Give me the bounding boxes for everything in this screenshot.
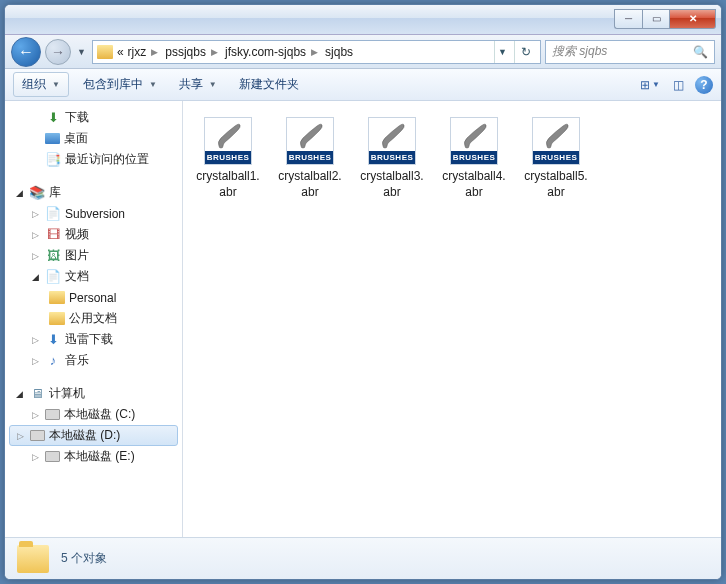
share-button[interactable]: 共享: [171, 73, 225, 96]
label: 本地磁盘 (E:): [64, 448, 135, 465]
sidebar-item-documents[interactable]: ◢📄文档: [5, 266, 182, 287]
file-item[interactable]: BRUSHEScrystalball1.abr: [191, 113, 265, 204]
file-item[interactable]: BRUSHEScrystalball5.abr: [519, 113, 593, 204]
label: 本地磁盘 (C:): [64, 406, 135, 423]
label: Personal: [69, 291, 116, 305]
maximize-button[interactable]: ▭: [642, 9, 670, 29]
close-button[interactable]: ✕: [670, 9, 716, 29]
file-thumbnail: BRUSHES: [368, 117, 416, 165]
breadcrumb-item[interactable]: rjxz▶: [128, 45, 162, 59]
breadcrumb-prefix[interactable]: «: [117, 45, 124, 59]
thumb-label: BRUSHES: [533, 151, 579, 164]
recent-icon: 📑: [45, 152, 61, 168]
sidebar-item-disk-e[interactable]: ▷本地磁盘 (E:): [5, 446, 182, 467]
documents-icon: 📄: [45, 269, 61, 285]
breadcrumb-sep-icon[interactable]: ▶: [148, 47, 161, 57]
sidebar-item-libraries[interactable]: ◢📚库: [5, 182, 182, 203]
refresh-button[interactable]: ↻: [514, 41, 536, 63]
window-controls: ─ ▭ ✕: [614, 9, 716, 29]
expand-icon[interactable]: ▷: [29, 209, 41, 219]
library-icon: 📚: [29, 185, 45, 201]
preview-pane-button[interactable]: ◫: [667, 74, 689, 96]
back-button[interactable]: ←: [11, 37, 41, 67]
explorer-window: ─ ▭ ✕ ← → ▼ « rjxz▶ pssjqbs▶ jfsky.com-s…: [4, 4, 722, 580]
brush-icon: [541, 122, 571, 150]
disk-icon: [45, 451, 60, 462]
expand-icon[interactable]: ▷: [29, 410, 41, 420]
address-dropdown[interactable]: ▼: [494, 41, 510, 63]
music-icon: ♪: [45, 353, 61, 369]
expand-icon[interactable]: ▷: [29, 251, 41, 261]
body: ⬇下载 桌面 📑最近访问的位置 ◢📚库 ▷📄Subversion ▷🎞视频 ▷🖼…: [5, 101, 721, 537]
folder-icon: [49, 312, 65, 325]
label: 迅雷下载: [65, 331, 113, 348]
search-icon: 🔍: [693, 45, 708, 59]
folder-icon: [49, 291, 65, 304]
search-input[interactable]: 搜索 sjqbs 🔍: [545, 40, 715, 64]
navigation-pane[interactable]: ⬇下载 桌面 📑最近访问的位置 ◢📚库 ▷📄Subversion ▷🎞视频 ▷🖼…: [5, 101, 183, 537]
nav-history-dropdown[interactable]: ▼: [75, 47, 88, 57]
file-thumbnail: BRUSHES: [286, 117, 334, 165]
brush-icon: [295, 122, 325, 150]
file-name: crystalball5.abr: [523, 169, 589, 200]
label: 计算机: [49, 385, 85, 402]
label: 音乐: [65, 352, 89, 369]
subversion-icon: 📄: [45, 206, 61, 222]
collapse-icon[interactable]: ◢: [13, 188, 25, 198]
sidebar-item-desktop[interactable]: 桌面: [5, 128, 182, 149]
sidebar-item-pictures[interactable]: ▷🖼图片: [5, 245, 182, 266]
sidebar-item-xunlei[interactable]: ▷⬇迅雷下载: [5, 329, 182, 350]
include-in-library-button[interactable]: 包含到库中: [75, 73, 165, 96]
label: 公用文档: [69, 310, 117, 327]
file-name: crystalball1.abr: [195, 169, 261, 200]
expand-icon[interactable]: ▷: [29, 356, 41, 366]
help-button[interactable]: ?: [695, 76, 713, 94]
breadcrumb-item[interactable]: jfsky.com-sjqbs▶: [225, 45, 321, 59]
sidebar-item-personal[interactable]: Personal: [5, 287, 182, 308]
sidebar-item-disk-d[interactable]: ▷本地磁盘 (D:): [9, 425, 178, 446]
file-name: crystalball2.abr: [277, 169, 343, 200]
address-bar[interactable]: « rjxz▶ pssjqbs▶ jfsky.com-sjqbs▶ sjqbs …: [92, 40, 541, 64]
file-item[interactable]: BRUSHEScrystalball3.abr: [355, 113, 429, 204]
titlebar[interactable]: ─ ▭ ✕: [5, 5, 721, 35]
expand-icon[interactable]: ▷: [29, 230, 41, 240]
breadcrumb-sep-icon[interactable]: ▶: [208, 47, 221, 57]
breadcrumb-item[interactable]: pssjqbs▶: [165, 45, 221, 59]
file-name: crystalball4.abr: [441, 169, 507, 200]
label: 视频: [65, 226, 89, 243]
files-container: BRUSHEScrystalball1.abrBRUSHEScrystalbal…: [191, 113, 713, 204]
file-thumbnail: BRUSHES: [204, 117, 252, 165]
collapse-icon[interactable]: ◢: [29, 272, 41, 282]
thumb-label: BRUSHES: [205, 151, 251, 164]
file-name: crystalball3.abr: [359, 169, 425, 200]
file-item[interactable]: BRUSHEScrystalball2.abr: [273, 113, 347, 204]
disk-icon: [45, 409, 60, 420]
sidebar-item-computer[interactable]: ◢🖥计算机: [5, 383, 182, 404]
file-list-pane[interactable]: BRUSHEScrystalball1.abrBRUSHEScrystalbal…: [183, 101, 721, 537]
label: 本地磁盘 (D:): [49, 427, 120, 444]
sidebar-item-videos[interactable]: ▷🎞视频: [5, 224, 182, 245]
label: 图片: [65, 247, 89, 264]
expand-icon[interactable]: ▷: [29, 335, 41, 345]
file-item[interactable]: BRUSHEScrystalball4.abr: [437, 113, 511, 204]
forward-button[interactable]: →: [45, 39, 71, 65]
expand-icon[interactable]: ▷: [29, 452, 41, 462]
xunlei-icon: ⬇: [45, 332, 61, 348]
sidebar-item-recent[interactable]: 📑最近访问的位置: [5, 149, 182, 170]
sidebar-item-music[interactable]: ▷♪音乐: [5, 350, 182, 371]
sidebar-item-disk-c[interactable]: ▷本地磁盘 (C:): [5, 404, 182, 425]
label: 下载: [65, 109, 89, 126]
breadcrumb-sep-icon[interactable]: ▶: [308, 47, 321, 57]
new-folder-button[interactable]: 新建文件夹: [231, 73, 307, 96]
breadcrumb-item[interactable]: sjqbs: [325, 45, 353, 59]
organize-button[interactable]: 组织: [13, 72, 69, 97]
sidebar-item-subversion[interactable]: ▷📄Subversion: [5, 203, 182, 224]
folder-icon: [17, 545, 49, 573]
sidebar-item-downloads[interactable]: ⬇下载: [5, 107, 182, 128]
view-options-button[interactable]: ⊞▼: [639, 74, 661, 96]
expand-icon[interactable]: ▷: [14, 431, 26, 441]
brush-icon: [459, 122, 489, 150]
minimize-button[interactable]: ─: [614, 9, 642, 29]
sidebar-item-publicdocs[interactable]: 公用文档: [5, 308, 182, 329]
collapse-icon[interactable]: ◢: [13, 389, 25, 399]
